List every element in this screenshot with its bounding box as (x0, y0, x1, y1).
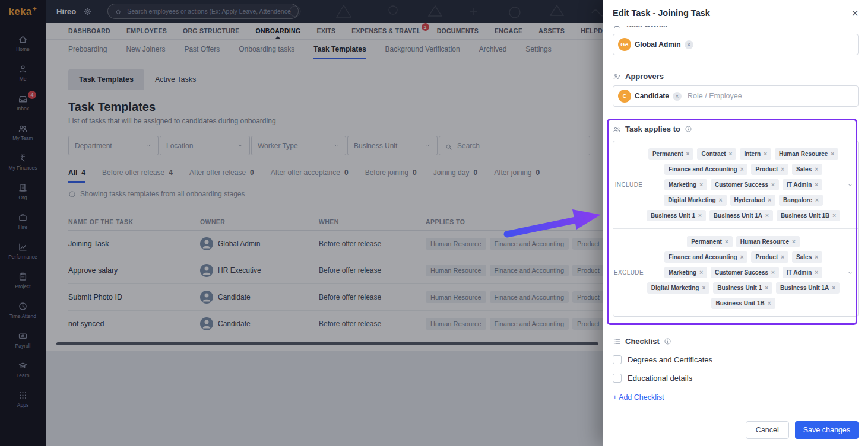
remove-icon[interactable]: × (699, 269, 703, 276)
task-owner-field[interactable]: GA Global Admin × (613, 34, 859, 55)
chip-label: Business Unit 1A (780, 285, 829, 291)
exclude-chip: Business Unit 1B× (711, 298, 775, 309)
remove-icon[interactable]: × (719, 197, 723, 203)
approvers-label-text: Approvers (625, 72, 664, 81)
remove-icon[interactable]: × (815, 269, 818, 276)
checklist-section: Checklist Degrees and Certificates Educa… (613, 337, 859, 402)
include-chip: Product× (751, 164, 788, 175)
remove-icon[interactable]: × (673, 92, 682, 101)
task-applies-label-text: Task applies to (625, 125, 680, 133)
chip-label: Customer Success (715, 269, 768, 276)
chevron-down-icon[interactable] (842, 229, 858, 316)
exclude-row: EXCLUDE Permanent×Human Resource×Finance… (613, 229, 858, 316)
add-checklist-link[interactable]: + Add Checklist (613, 393, 859, 402)
checklist-label: Checklist (613, 337, 859, 346)
exclude-chip: Business Unit 1× (713, 282, 772, 294)
exclude-chip: Customer Success× (711, 267, 779, 278)
chip-label: Sales (796, 166, 812, 173)
remove-icon[interactable]: × (815, 254, 818, 260)
remove-icon[interactable]: × (832, 285, 835, 291)
include-chips[interactable]: Permanent×Contract×Intern×Human Resource… (644, 141, 842, 228)
remove-icon[interactable]: × (771, 181, 775, 188)
info-icon[interactable] (685, 125, 692, 133)
exclude-chip: Finance and Accounting× (664, 251, 748, 263)
remove-icon[interactable]: × (768, 300, 771, 307)
remove-icon[interactable]: × (764, 151, 767, 157)
info-icon[interactable] (664, 337, 671, 345)
remove-icon[interactable]: × (815, 166, 818, 173)
save-changes-button[interactable]: Save changes (795, 421, 859, 439)
checkbox[interactable] (613, 355, 622, 364)
edit-task-drawer: Edit Task - Joining Task × Task Owner GA… (603, 0, 868, 446)
drawer-footer: Cancel Save changes (603, 413, 868, 446)
chip-label: Intern (744, 151, 761, 157)
exclude-chip: Business Unit 1A× (776, 282, 840, 294)
exclude-chip: IT Admin× (783, 267, 822, 278)
approver-chips: C Candidate × (618, 90, 682, 103)
include-chip: Bangalore× (779, 195, 823, 206)
include-chip: Contract× (697, 148, 736, 160)
approver-icon (613, 72, 621, 81)
chip-label: Finance and Accounting (669, 166, 737, 173)
remove-icon[interactable]: × (725, 238, 728, 245)
remove-icon[interactable]: × (685, 40, 693, 49)
chip-label: Bangalore (783, 197, 812, 203)
drawer-title: Edit Task - Joining Task (613, 8, 710, 18)
chip-label: Hyderabad (734, 197, 765, 203)
remove-icon[interactable]: × (831, 151, 834, 157)
include-label: INCLUDE (613, 141, 644, 228)
remove-icon[interactable]: × (815, 197, 819, 203)
include-chip: Marketing× (664, 179, 707, 190)
chip-label: Contract (701, 151, 726, 157)
remove-icon[interactable]: × (815, 181, 818, 188)
chip-label: Product (755, 166, 778, 173)
remove-icon[interactable]: × (698, 212, 702, 219)
chip-label: Marketing (669, 269, 696, 276)
chip-label: Finance and Accounting (669, 254, 737, 260)
modal-dim-overlay[interactable] (0, 0, 603, 446)
remove-icon[interactable]: × (768, 197, 771, 203)
remove-icon[interactable]: × (765, 285, 768, 291)
include-chip: Human Resource× (775, 148, 838, 160)
task-applies-section: Task applies to INCLUDE Permanent×Contra… (613, 125, 859, 317)
approvers-label: Approvers (613, 72, 859, 81)
avatar: C (618, 90, 631, 103)
task-owner-label: Task Owner (613, 26, 859, 29)
chip-label: Product (755, 254, 778, 260)
include-chip: Business Unit 1A× (709, 210, 773, 221)
chip-label: Sales (796, 254, 812, 260)
remove-icon[interactable]: × (740, 166, 744, 173)
exclude-chip: Product× (751, 251, 788, 263)
exclude-chip: Human Resource× (736, 236, 800, 247)
approvers-field[interactable]: C Candidate × Role / Employee (613, 85, 859, 107)
exclude-chips[interactable]: Permanent×Human Resource×Finance and Acc… (644, 229, 842, 316)
close-icon[interactable]: × (851, 7, 859, 19)
remove-icon[interactable]: × (699, 181, 703, 188)
chip-label: Marketing (669, 181, 696, 188)
remove-icon[interactable]: × (832, 212, 836, 219)
chip-label: Business Unit 1 (651, 212, 695, 219)
include-chip: IT Admin× (783, 179, 822, 190)
remove-icon[interactable]: × (702, 285, 705, 291)
chip-label: Digital Marketing (668, 197, 716, 203)
include-chip: Intern× (740, 148, 771, 160)
remove-icon[interactable]: × (792, 238, 796, 245)
remove-icon[interactable]: × (781, 254, 784, 260)
chip-label: Business Unit 1B (715, 300, 764, 307)
checkbox[interactable] (613, 374, 622, 383)
owner-chip-label: Global Admin (635, 40, 681, 49)
app-root: keka✦ Home Me Inbox 4 My Team (0, 0, 868, 446)
remove-icon[interactable]: × (781, 166, 784, 173)
remove-icon[interactable]: × (771, 269, 775, 276)
checklist-item[interactable]: Degrees and Certificates (613, 355, 859, 364)
remove-icon[interactable]: × (686, 151, 690, 157)
checklist-label-text: Checklist (625, 337, 660, 346)
remove-icon[interactable]: × (729, 151, 733, 157)
remove-icon[interactable]: × (765, 212, 769, 219)
include-chip: Digital Marketing× (664, 195, 726, 206)
chevron-down-icon[interactable] (842, 141, 858, 228)
checklist-item[interactable]: Educational details (613, 374, 859, 383)
exclude-chip: Permanent× (687, 236, 733, 247)
cancel-button[interactable]: Cancel (746, 421, 789, 439)
remove-icon[interactable]: × (740, 254, 744, 260)
